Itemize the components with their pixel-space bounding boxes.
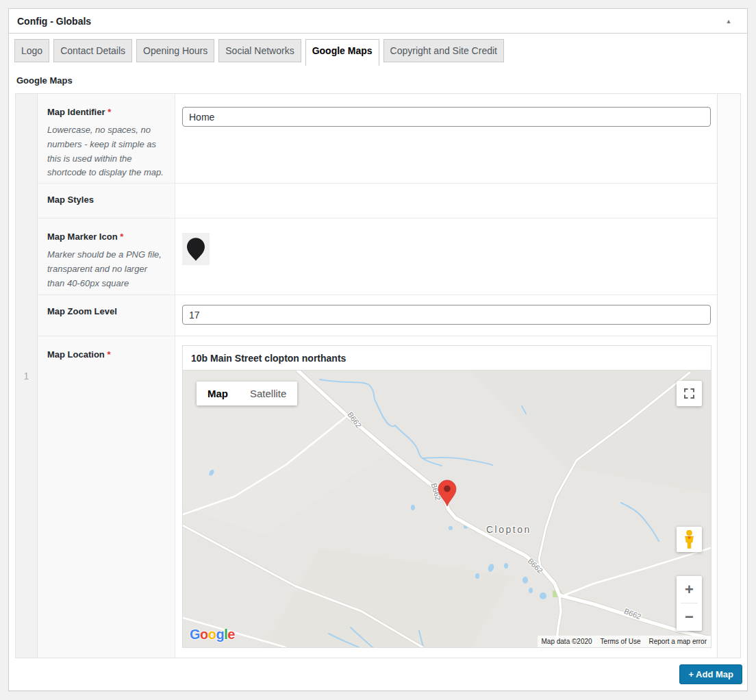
marker-image-preview[interactable] — [182, 233, 210, 265]
map-address-text: 10b Main Street clopton northants — [183, 346, 711, 371]
report-map-error-link[interactable]: Report a map error — [645, 636, 711, 647]
zoom-in-button[interactable]: + — [677, 576, 702, 603]
satellite-view-button[interactable]: Satellite — [239, 382, 297, 405]
field-row-map-zoom-level: Map Zoom Level — [38, 295, 717, 336]
map-location-label: Map Location — [47, 349, 105, 360]
fullscreen-button[interactable] — [677, 381, 702, 406]
map-data-copyright: Map data ©2020 — [538, 636, 596, 647]
collapse-toggle-icon[interactable]: ▲ — [718, 11, 739, 32]
map-zoom-level-input[interactable] — [182, 305, 711, 325]
map-attribution: Map data ©2020 Terms of Use Report a map… — [538, 636, 711, 647]
tab-contact-details[interactable]: Contact Details — [53, 39, 132, 62]
map-styles-label: Map Styles — [47, 195, 94, 205]
map-identifier-description: Lowercase, no spaces, no numbers - keep … — [47, 123, 165, 180]
metabox-header: Config - Globals ▲ — [9, 9, 747, 34]
map-tiles — [183, 371, 711, 647]
config-globals-metabox: Config - Globals ▲ Logo Contact Details … — [8, 8, 748, 691]
tab-copyright-site-credit[interactable]: Copyright and Site Credit — [383, 39, 504, 62]
map-styles-empty-value — [175, 184, 717, 218]
required-asterisk: * — [120, 232, 123, 242]
pegman-icon — [683, 530, 695, 549]
group-end-strip — [717, 94, 740, 658]
section-heading: Google Maps — [16, 75, 739, 86]
field-row-map-marker-icon: Map Marker Icon * Marker should be a PNG… — [38, 218, 717, 295]
tab-opening-hours[interactable]: Opening Hours — [136, 39, 214, 62]
tab-social-networks[interactable]: Social Networks — [218, 39, 301, 62]
map-widget: 10b Main Street clopton northants — [182, 345, 711, 648]
page-title: Config - Globals — [17, 16, 91, 27]
zoom-control: + − — [677, 576, 702, 631]
group-order-number: 1 — [16, 94, 38, 658]
add-map-button[interactable]: + Add Map — [679, 664, 742, 684]
map-identifier-input[interactable] — [182, 107, 711, 127]
fullscreen-icon — [684, 388, 694, 399]
map-type-control: Map Satellite — [197, 382, 297, 405]
map-marker-pin[interactable] — [438, 479, 457, 507]
tab-bar: Logo Contact Details Opening Hours Socia… — [9, 34, 747, 65]
field-row-map-identifier: Map Identifier * Lowercase, no spaces, n… — [38, 94, 717, 184]
pegman-control[interactable] — [677, 527, 702, 552]
map-view-button[interactable]: Map — [197, 382, 239, 405]
zoom-out-button[interactable]: − — [677, 603, 702, 631]
required-asterisk: * — [107, 349, 110, 360]
map-marker-icon-label: Map Marker Icon — [47, 232, 118, 242]
field-row-map-styles: Map Styles — [38, 184, 717, 218]
map-marker-icon-description: Marker should be a PNG file, transparent… — [47, 248, 165, 290]
map-identifier-label: Map Identifier — [47, 107, 105, 117]
google-map-canvas[interactable]: B662 B662 B662 B662 Clopton — [183, 371, 711, 647]
map-group-row: 1 Map Identifier * Lowercase, no spaces,… — [15, 93, 741, 658]
google-logo[interactable]: Google — [190, 627, 235, 642]
black-pin-icon — [187, 238, 205, 261]
terms-of-use-link[interactable]: Terms of Use — [596, 636, 645, 647]
map-zoom-level-label: Map Zoom Level — [47, 306, 117, 316]
field-row-map-location: Map Location * 10b Main Street clopton n… — [38, 336, 717, 658]
required-asterisk: * — [108, 107, 111, 117]
tab-google-maps[interactable]: Google Maps — [305, 39, 379, 66]
tab-logo[interactable]: Logo — [14, 39, 49, 62]
